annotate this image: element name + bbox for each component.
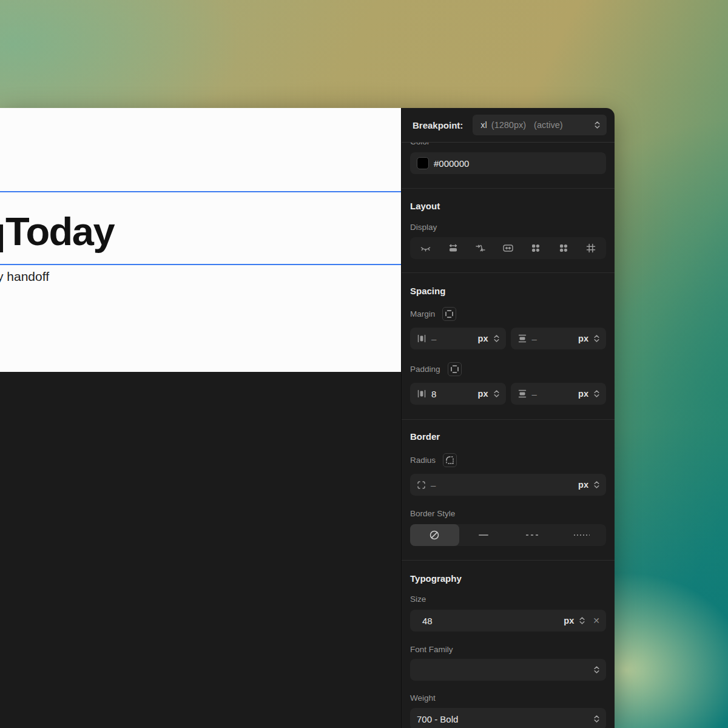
font-size-unit: px: [564, 616, 574, 625]
radius-corners-toggle-button[interactable]: [443, 453, 457, 467]
border-style-solid-button[interactable]: [459, 524, 508, 546]
layout-section-title: Layout: [410, 201, 606, 211]
padding-vertical-input[interactable]: – px: [511, 383, 607, 405]
display-inline-block-button[interactable]: [500, 240, 517, 257]
radius-unit: px: [578, 480, 588, 490]
font-family-label: Font Family: [410, 645, 606, 654]
solid-line-icon: [479, 534, 488, 536]
display-inline-flex-icon: [558, 243, 569, 254]
padding-horizontal-input[interactable]: 8 px: [410, 383, 506, 405]
color-section-label: Color: [410, 142, 606, 146]
spacing-section-title: Spacing: [410, 286, 606, 296]
canvas-caption[interactable]: y handoff: [0, 269, 49, 284]
style-panel: Breakpoint: xl (1280px) (active) Color #…: [402, 108, 615, 728]
margin-vertical-input[interactable]: – px: [511, 328, 607, 349]
design-canvas[interactable]: Today y handoff: [0, 108, 402, 728]
display-none-button[interactable]: [417, 240, 434, 257]
dotted-line-icon: [574, 534, 590, 536]
font-weight-label: Weight: [410, 693, 606, 703]
page-preview[interactable]: Today y handoff: [0, 108, 401, 372]
padding-label: Padding: [410, 365, 440, 374]
display-inline-icon: [475, 243, 486, 254]
padding-y-value: –: [532, 389, 537, 399]
padding-sides-toggle-button[interactable]: [448, 362, 462, 376]
display-flex-icon: [530, 243, 541, 254]
selection-guide-top: [0, 191, 401, 192]
corner-radius-icon: [445, 456, 454, 465]
stepper-icon[interactable]: [493, 334, 500, 343]
padding-y-unit: px: [578, 389, 588, 399]
border-style-label: Border Style: [410, 509, 606, 518]
padding-x-unit: px: [478, 389, 488, 399]
size-label: Size: [410, 595, 606, 604]
chevron-updown-icon: [593, 714, 600, 724]
margin-x-value: –: [431, 334, 436, 344]
stepper-icon[interactable]: [579, 616, 585, 625]
stepper-icon[interactable]: [493, 389, 500, 399]
color-value: #000000: [434, 158, 469, 169]
margin-label: Margin: [410, 309, 435, 318]
border-style-dashed-button[interactable]: [508, 524, 558, 546]
breakpoint-label: Breakpoint:: [413, 120, 463, 130]
breakpoint-value: xl: [480, 120, 487, 130]
breakpoint-select[interactable]: xl (1280px) (active): [473, 115, 607, 135]
radius-input[interactable]: – px: [410, 474, 606, 496]
margin-y-unit: px: [578, 334, 588, 343]
independent-sides-icon: [450, 365, 459, 374]
color-input[interactable]: #000000: [410, 152, 606, 174]
desktop-background: { "colors": { "accent_blue": "#3b7bf0", …: [0, 0, 728, 728]
display-grid-button[interactable]: [582, 240, 599, 257]
display-inline-block-icon: [502, 243, 514, 254]
chevron-updown-icon: [593, 665, 600, 675]
display-block-button[interactable]: [445, 240, 462, 257]
margin-y-value: –: [532, 334, 537, 344]
display-options-toolbar: [410, 237, 606, 259]
typography-section-title: Typography: [410, 573, 606, 584]
horizontal-spacing-icon: [417, 389, 426, 399]
stepper-icon[interactable]: [593, 334, 600, 343]
display-inline-button[interactable]: [472, 240, 489, 257]
eye-closed-icon: [420, 243, 431, 254]
vertical-spacing-icon: [517, 389, 527, 399]
panel-scroll-area[interactable]: Color #000000 Layout Display: [402, 142, 615, 728]
padding-x-value: 8: [431, 389, 436, 399]
editor-window: Today y handoff Breakpoint: xl (1280px) …: [0, 108, 615, 728]
breakpoint-detail: (1280px): [491, 120, 526, 130]
chevron-updown-icon: [594, 120, 601, 130]
breakpoint-bar: Breakpoint: xl (1280px) (active): [402, 108, 615, 142]
margin-x-unit: px: [478, 334, 488, 343]
display-flex-button[interactable]: [527, 240, 544, 257]
display-block-icon: [448, 243, 459, 254]
none-slash-icon: [429, 530, 440, 541]
clear-value-icon[interactable]: ✕: [593, 616, 600, 625]
border-style-none-button[interactable]: [410, 524, 459, 546]
font-weight-select[interactable]: 700 - Bold: [410, 708, 606, 728]
radius-all-corners-icon: [417, 480, 426, 490]
independent-sides-icon: [445, 309, 454, 318]
font-size-input[interactable]: 48 px ✕: [410, 610, 606, 632]
breakpoint-status: (active): [534, 120, 563, 130]
font-size-value: 48: [422, 616, 433, 626]
display-label: Display: [410, 223, 606, 232]
selection-guide-bottom: [0, 264, 401, 265]
border-style-segmented-control: [410, 524, 606, 546]
margin-sides-toggle-button[interactable]: [442, 307, 456, 321]
canvas-heading[interactable]: Today: [5, 210, 114, 254]
dashed-line-icon: [526, 534, 539, 536]
border-section-title: Border: [410, 431, 606, 442]
display-inline-flex-button[interactable]: [555, 240, 572, 257]
clipped-glyph-fragment: [0, 224, 3, 252]
font-weight-value: 700 - Bold: [417, 714, 458, 724]
horizontal-spacing-icon: [417, 334, 426, 343]
stepper-icon[interactable]: [593, 480, 600, 490]
stepper-icon[interactable]: [593, 389, 600, 399]
radius-label: Radius: [410, 456, 436, 465]
margin-horizontal-input[interactable]: – px: [410, 328, 506, 349]
vertical-spacing-icon: [517, 334, 527, 343]
radius-value: –: [431, 480, 436, 490]
border-style-dotted-button[interactable]: [557, 524, 606, 546]
display-grid-icon: [585, 243, 596, 254]
font-family-select[interactable]: [410, 659, 606, 681]
color-swatch[interactable]: [417, 157, 429, 169]
